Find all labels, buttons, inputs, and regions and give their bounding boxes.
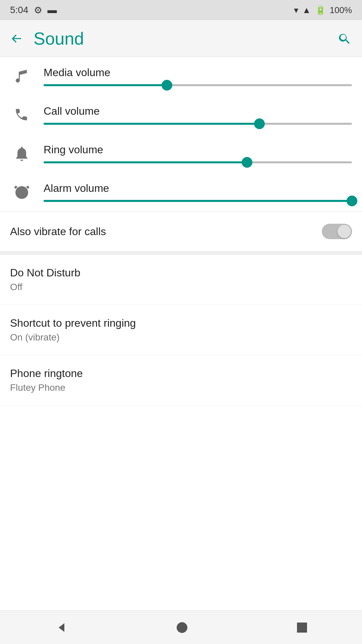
bottom-nav	[0, 610, 362, 644]
call-volume-content: Call volume	[34, 105, 352, 125]
ring-volume-item: Ring volume	[0, 134, 362, 173]
battery-percent: 100%	[330, 5, 352, 15]
toggle-thumb	[338, 225, 351, 238]
alarm-volume-label: Alarm volume	[44, 182, 352, 195]
shortcut-ringing-item[interactable]: Shortcut to prevent ringing On (vibrate)	[0, 305, 362, 355]
alarm-volume-content: Alarm volume	[34, 182, 352, 202]
vibrate-calls-item[interactable]: Also vibrate for calls	[0, 211, 362, 251]
status-bar: 5:04 ⚙ ▬ ▾ ▲ 🔋 100%	[0, 0, 362, 20]
media-volume-item: Media volume	[0, 57, 362, 96]
svg-rect-1	[297, 623, 307, 633]
do-not-disturb-subtitle: Off	[10, 282, 352, 292]
ring-volume-label: Ring volume	[44, 144, 352, 156]
alarm-volume-item: Alarm volume	[0, 173, 362, 211]
back-nav-button[interactable]	[54, 621, 68, 634]
alarm-volume-slider[interactable]	[44, 200, 352, 202]
volume-section: Media volume Call volume	[0, 57, 362, 251]
call-volume-label: Call volume	[44, 105, 352, 117]
settings-section: Do Not Disturb Off Shortcut to prevent r…	[0, 255, 362, 406]
settings-status-icon: ⚙	[34, 5, 42, 16]
page-title: Sound	[34, 29, 337, 49]
ring-volume-slider[interactable]	[44, 161, 352, 163]
home-nav-button[interactable]	[176, 622, 188, 634]
call-volume-item: Call volume	[0, 96, 362, 134]
phone-icon	[10, 107, 34, 122]
phone-ringtone-title: Phone ringtone	[10, 367, 352, 380]
signal-icon: ▲	[302, 5, 311, 15]
music-note-icon	[10, 68, 34, 85]
recents-nav-button[interactable]	[296, 622, 308, 633]
search-button[interactable]	[337, 31, 352, 46]
call-volume-slider[interactable]	[44, 123, 352, 125]
do-not-disturb-item[interactable]: Do Not Disturb Off	[0, 255, 362, 305]
content-area: Media volume Call volume	[0, 57, 362, 610]
media-volume-label: Media volume	[44, 66, 352, 79]
do-not-disturb-title: Do Not Disturb	[10, 267, 352, 279]
status-time: 5:04	[10, 5, 28, 15]
svg-point-0	[177, 622, 187, 633]
bell-icon	[10, 146, 34, 162]
media-volume-slider[interactable]	[44, 84, 352, 86]
ring-volume-content: Ring volume	[34, 144, 352, 163]
app-bar: Sound	[0, 20, 362, 57]
alarm-icon	[10, 184, 34, 201]
media-volume-content: Media volume	[34, 66, 352, 86]
wifi-icon: ▾	[294, 5, 298, 15]
shortcut-ringing-subtitle: On (vibrate)	[10, 332, 352, 343]
shortcut-ringing-title: Shortcut to prevent ringing	[10, 317, 352, 329]
phone-ringtone-subtitle: Flutey Phone	[10, 382, 352, 393]
vibrate-calls-toggle[interactable]	[322, 224, 352, 239]
phone-ringtone-item[interactable]: Phone ringtone Flutey Phone	[0, 355, 362, 406]
sim-status-icon: ▬	[48, 5, 57, 15]
back-button[interactable]	[10, 32, 23, 45]
vibrate-calls-label: Also vibrate for calls	[10, 225, 106, 238]
battery-icon: 🔋	[315, 5, 326, 15]
section-divider	[0, 251, 362, 255]
